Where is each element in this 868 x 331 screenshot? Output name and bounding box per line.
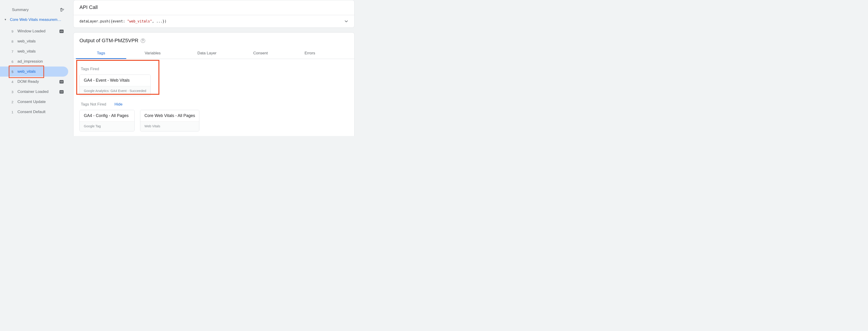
event-label: Consent Update xyxy=(18,100,64,104)
event-label: web_vitals xyxy=(18,69,64,74)
code-badge-icon: <> xyxy=(60,80,64,84)
event-number: 7 xyxy=(11,49,18,54)
tag-card[interactable]: GA4 - Config - All PagesGoogle Tag xyxy=(80,110,134,131)
api-call-code-prefix: dataLayer.push({event: xyxy=(80,19,127,23)
output-container-id: GTM-PMZ5VPR xyxy=(102,38,138,43)
output-title: Output of GTM-PMZ5VPR ? xyxy=(73,33,354,44)
chevron-down-icon[interactable] xyxy=(344,19,349,24)
sidebar-event-item[interactable]: 1Consent Default xyxy=(0,107,68,117)
event-label: Window Loaded xyxy=(18,29,57,33)
code-badge-icon: <> xyxy=(60,90,64,94)
tab-data-layer[interactable]: Data Layer xyxy=(179,48,235,59)
event-label: DOM Ready xyxy=(18,79,57,84)
event-label: Consent Default xyxy=(18,110,64,114)
sidebar: Summary ▼ Core Web Vitals measurem… 9Win… xyxy=(0,0,69,136)
api-call-code-row[interactable]: dataLayer.push({event: "web_vitals", ...… xyxy=(73,15,354,28)
sidebar-event-item[interactable]: 9Window Loaded<> xyxy=(0,26,68,36)
tab-body-tags: Tags Fired GA4 - Event - Web VitalsGoogl… xyxy=(73,59,354,136)
tag-card-title: GA4 - Event - Web Vitals xyxy=(80,75,150,86)
event-number: 2 xyxy=(11,100,18,104)
tag-card[interactable]: GA4 - Event - Web VitalsGoogle Analytics… xyxy=(80,74,151,96)
api-call-code: dataLayer.push({event: "web_vitals", ...… xyxy=(80,19,166,23)
event-label: ad_impression xyxy=(18,59,64,64)
event-number: 8 xyxy=(11,39,18,43)
api-call-card: API Call dataLayer.push({event: "web_vit… xyxy=(73,0,354,28)
tag-card-subtitle: Google Analytics: GA4 Event - Succeeded xyxy=(80,86,150,96)
event-number: 6 xyxy=(11,60,18,64)
tags-fired-label: Tags Fired xyxy=(81,67,347,71)
tag-card-subtitle: Google Tag xyxy=(80,121,134,131)
output-tabs: TagsVariablesData LayerConsentErrors xyxy=(73,48,354,59)
event-number: 5 xyxy=(11,70,18,74)
tag-card-title: Core Web Vitals - All Pages xyxy=(140,110,199,121)
sidebar-event-item[interactable]: 2Consent Update xyxy=(0,97,68,107)
sidebar-event-item[interactable]: 6ad_impression xyxy=(0,57,68,67)
sidebar-event-list: 9Window Loaded<>8web_vitals7web_vitals6a… xyxy=(0,24,69,117)
app-root: Summary ▼ Core Web Vitals measurem… 9Win… xyxy=(0,0,356,136)
tag-card-subtitle: Web Vitals xyxy=(140,121,199,131)
event-number: 4 xyxy=(11,80,18,84)
sidebar-summary-label: Summary xyxy=(12,7,29,12)
tab-errors[interactable]: Errors xyxy=(286,48,334,59)
tags-not-fired-label: Tags Not Fired xyxy=(81,102,106,107)
help-icon[interactable]: ? xyxy=(141,38,145,43)
code-badge-icon: <> xyxy=(60,30,64,33)
event-label: web_vitals xyxy=(18,49,64,54)
tab-consent[interactable]: Consent xyxy=(235,48,286,59)
event-number: 3 xyxy=(11,90,18,94)
tag-card[interactable]: Core Web Vitals - All PagesWeb Vitals xyxy=(140,110,199,131)
sidebar-tree-title: Core Web Vitals measurem… xyxy=(10,18,61,22)
tags-not-fired-header: Tags Not Fired Hide xyxy=(81,102,347,107)
sidebar-summary-row[interactable]: Summary xyxy=(0,5,69,15)
output-card: Output of GTM-PMZ5VPR ? TagsVariablesDat… xyxy=(73,32,354,136)
sidebar-event-item[interactable]: 7web_vitals xyxy=(0,46,68,57)
api-call-heading: API Call xyxy=(73,0,354,15)
event-label: Container Loaded xyxy=(18,90,57,94)
sidebar-event-item[interactable]: 8web_vitals xyxy=(0,36,68,46)
output-title-prefix: Output of xyxy=(80,38,102,43)
tags-not-fired-list: GA4 - Config - All PagesGoogle TagCore W… xyxy=(80,110,348,131)
tab-tags[interactable]: Tags xyxy=(76,48,126,59)
caret-down-icon: ▼ xyxy=(4,18,7,21)
hide-link[interactable]: Hide xyxy=(115,102,123,107)
event-number: 1 xyxy=(11,110,18,114)
api-call-code-string: "web_vitals" xyxy=(127,19,152,23)
clear-icon[interactable] xyxy=(60,7,64,12)
sidebar-tree-header[interactable]: ▼ Core Web Vitals measurem… xyxy=(0,15,69,24)
api-call-code-suffix: , ...}) xyxy=(152,19,166,23)
tab-variables[interactable]: Variables xyxy=(126,48,179,59)
event-label: web_vitals xyxy=(18,39,64,43)
tag-card-title: GA4 - Config - All Pages xyxy=(80,110,134,121)
main: API Call dataLayer.push({event: "web_vit… xyxy=(69,0,356,136)
sidebar-event-item[interactable]: 4DOM Ready<> xyxy=(0,77,68,87)
tags-fired-list: GA4 - Event - Web VitalsGoogle Analytics… xyxy=(80,74,348,96)
sidebar-event-item[interactable]: 3Container Loaded<> xyxy=(0,87,68,97)
sidebar-event-item[interactable]: 5web_vitals xyxy=(0,67,68,77)
event-number: 9 xyxy=(11,29,18,33)
